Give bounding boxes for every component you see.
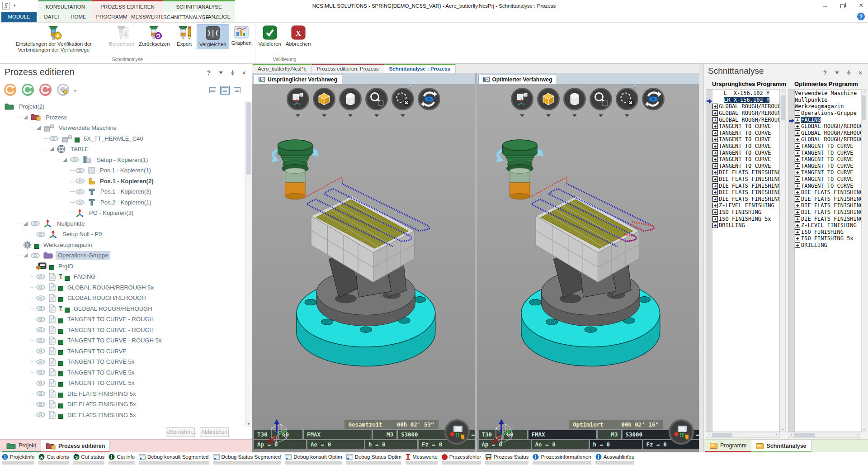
tree-row[interactable]: Nullpunkte bbox=[0, 218, 245, 229]
tree-row[interactable]: FACING bbox=[0, 271, 245, 282]
expand-plus-icon[interactable]: + bbox=[795, 130, 800, 136]
statusbar-item-cut-alerts[interactable]: ACut alerts bbox=[38, 454, 69, 465]
expand-plus-icon[interactable]: + bbox=[795, 176, 800, 182]
toolbar-caret-icon[interactable] bbox=[546, 111, 551, 119]
tab-module[interactable]: MODULE bbox=[1, 12, 37, 22]
tree-row[interactable]: TANGENT TO CURVE 5x bbox=[0, 356, 245, 367]
program-list-row[interactable]: +Z-LEVEL FINISHING bbox=[712, 202, 779, 209]
ribbon-button-zurücksetzen[interactable]: Zurücksetzen bbox=[137, 24, 172, 48]
toolbar-caret-icon[interactable] bbox=[624, 111, 630, 119]
dropdown-icon[interactable] bbox=[217, 70, 224, 76]
expand-plus-icon[interactable]: + bbox=[712, 123, 718, 129]
bottom-tab-schnittanalyse[interactable]: Schnittanalyse bbox=[751, 440, 811, 453]
viewport-3d-scene[interactable] bbox=[477, 85, 699, 452]
expand-plus-icon[interactable]: + bbox=[712, 104, 718, 109]
expand-plus-icon[interactable]: + bbox=[712, 216, 718, 222]
visibility-eye-icon[interactable] bbox=[36, 359, 45, 365]
viewport-tab[interactable]: Optimierter Verfahrweg bbox=[478, 75, 557, 84]
viewport-canvas[interactable]: Gesamtzeit00h 02' 53"T30G0FMAXM3S3000Vc … bbox=[252, 85, 475, 452]
restore-button[interactable] bbox=[839, 1, 847, 9]
redo-settings-icon[interactable] bbox=[57, 83, 70, 98]
program-list-row[interactable]: +DRILLING bbox=[795, 242, 861, 249]
sync-views-icon[interactable] bbox=[418, 88, 440, 110]
toolbar-caret-icon[interactable] bbox=[348, 111, 353, 119]
expander-icon[interactable] bbox=[49, 147, 54, 152]
close-icon[interactable]: × bbox=[857, 70, 863, 76]
statusbar-item-prozessfehler[interactable]: Prozessfehler bbox=[442, 454, 481, 465]
tree-row[interactable]: DIE FLATS FINISHING 5x bbox=[0, 410, 245, 421]
deselect-icon[interactable] bbox=[616, 88, 638, 110]
expand-plus-icon[interactable]: + bbox=[795, 143, 800, 149]
program-list-row[interactable]: +DIE FLATS FINISHING bbox=[712, 169, 779, 176]
expand-plus-icon[interactable]: + bbox=[795, 183, 800, 189]
expand-plus-icon[interactable]: + bbox=[712, 190, 718, 195]
program-list-row[interactable]: +DIE FLATS FINISHING bbox=[712, 176, 779, 183]
tree-scrollbar-thumb[interactable] bbox=[246, 102, 251, 175]
undo-orange-icon[interactable] bbox=[4, 83, 17, 98]
app-logo-icon[interactable] bbox=[2, 2, 10, 11]
tab-home[interactable]: HOME bbox=[65, 12, 92, 22]
viewport-3d-scene[interactable] bbox=[252, 85, 475, 452]
expand-plus-icon[interactable]: + bbox=[712, 150, 718, 156]
help-button[interactable]: ? bbox=[857, 13, 865, 20]
statusbar-item-debug-konsult-segmented[interactable]: Debug konsult Segmented bbox=[139, 454, 209, 465]
ribbon-button-export[interactable]: Export bbox=[172, 24, 197, 48]
visibility-eye-icon[interactable] bbox=[36, 306, 45, 311]
reset-red-icon[interactable] bbox=[39, 83, 52, 98]
pin-icon[interactable] bbox=[845, 70, 852, 76]
sync-views-icon[interactable] bbox=[642, 88, 665, 110]
program-list-row[interactable]: +GLOBAL ROUGH/REROUGH bbox=[795, 123, 861, 130]
program-list-row[interactable]: +DIE FLATS FINISHING bbox=[795, 202, 861, 209]
expand-plus-icon[interactable]: + bbox=[795, 190, 800, 195]
program-list-row[interactable]: +TANGENT TO CURVE bbox=[712, 143, 779, 150]
expand-plus-icon[interactable]: + bbox=[795, 123, 800, 129]
expander-icon[interactable] bbox=[23, 221, 28, 226]
expand-plus-icon[interactable]: + bbox=[712, 157, 718, 162]
expand-plus-icon[interactable]: + bbox=[795, 223, 800, 228]
viewport-tab[interactable]: Ursprünglicher Verfahrweg bbox=[254, 75, 342, 84]
expand-plus-icon[interactable]: + bbox=[712, 176, 718, 182]
document-tab[interactable]: Schnittanalyse : Prozess bbox=[384, 63, 456, 73]
tree-row[interactable]: Verwendete Maschine bbox=[0, 123, 245, 133]
visibility-eye-icon[interactable] bbox=[75, 168, 85, 173]
tree-scrollbar[interactable]: ▼ bbox=[245, 101, 252, 427]
tree-row[interactable]: DIE FLATS FINISHING 5x bbox=[0, 389, 245, 399]
program-list-row[interactable]: +TANGENT TO CURVE bbox=[795, 176, 861, 183]
program-list-row[interactable]: +TANGENT TO CURVE bbox=[712, 163, 779, 170]
expand-plus-icon[interactable]: + bbox=[795, 150, 800, 156]
help-icon[interactable]: ? bbox=[822, 70, 828, 76]
program-list-row[interactable]: +TANGENT TO CURVE bbox=[712, 156, 779, 163]
visibility-eye-icon[interactable] bbox=[36, 348, 45, 354]
statusbar-item-auswahlinfos[interactable]: Auswahlinfos bbox=[595, 454, 634, 465]
expand-plus-icon[interactable]: + bbox=[795, 137, 800, 142]
program-list-row[interactable]: +TANGENT TO CURVE bbox=[795, 169, 861, 176]
ribbon-button-berechnen[interactable]: Berechnen bbox=[107, 24, 137, 48]
bottom-tab-projekt[interactable]: Projekt bbox=[2, 440, 41, 452]
expand-plus-icon[interactable]: + bbox=[795, 117, 800, 123]
expander-icon[interactable] bbox=[23, 115, 28, 120]
program-list-row[interactable]: +TANGENT TO CURVE bbox=[795, 143, 861, 150]
expand-plus-icon[interactable]: + bbox=[712, 110, 718, 116]
tree-row[interactable]: GLOBAL ROUGH/REROUGH bbox=[0, 304, 245, 314]
tree-row[interactable]: Operations-Gruppe bbox=[0, 250, 245, 261]
statusbar-item-cut-info[interactable]: Cut info bbox=[108, 454, 135, 465]
help-icon[interactable]: ? bbox=[206, 70, 212, 76]
ribbon-button-vergleichen[interactable]: )|(Vergleichen bbox=[197, 24, 229, 49]
visibility-eye-icon[interactable] bbox=[36, 380, 45, 386]
program-list-row[interactable]: +ISO FINISHING 5x bbox=[795, 235, 861, 242]
stock-view-icon[interactable] bbox=[339, 88, 362, 110]
tree-row[interactable]: GLOBAL ROUGH/REROUGH 5x bbox=[0, 282, 245, 293]
quick-access-caret-icon[interactable]: ▾ bbox=[14, 3, 16, 8]
program-list-row[interactable]: +GLOBAL ROUGH/REROUGH bbox=[712, 110, 779, 117]
layout-wide-icon[interactable] bbox=[232, 86, 242, 95]
visibility-eye-icon[interactable] bbox=[36, 327, 45, 332]
toolbar-caret-icon[interactable] bbox=[321, 111, 327, 119]
program-list-row[interactable]: +DIE FLATS FINISHING bbox=[795, 215, 861, 222]
toolbar-caret-icon[interactable] bbox=[374, 111, 379, 119]
visibility-eye-icon[interactable] bbox=[36, 274, 45, 280]
visibility-eye-icon[interactable] bbox=[75, 189, 85, 195]
tree-row[interactable]: TANGENT TO CURVE bbox=[0, 346, 245, 357]
expand-plus-icon[interactable]: + bbox=[795, 157, 800, 162]
visibility-eye-icon[interactable] bbox=[75, 199, 85, 205]
machine-view-icon[interactable] bbox=[511, 88, 533, 110]
